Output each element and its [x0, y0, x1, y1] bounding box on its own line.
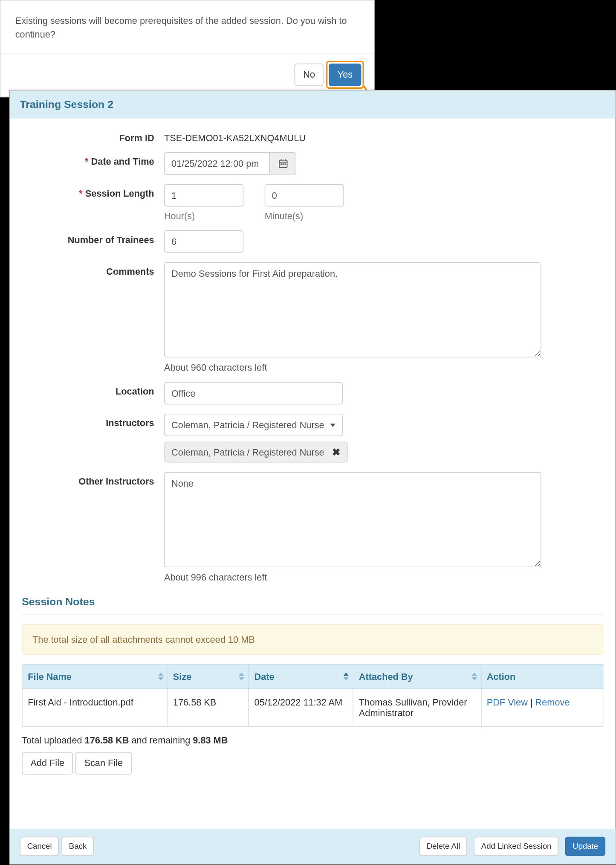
svg-rect-4	[280, 163, 281, 165]
comments-label: Comments	[22, 262, 164, 373]
location-label: Location	[22, 382, 164, 405]
sort-icon	[158, 673, 163, 681]
comments-charcount: About 960 characters left	[164, 362, 604, 373]
other-instructors-charcount: About 996 characters left	[164, 572, 604, 583]
add-linked-session-button[interactable]: Add Linked Session	[474, 837, 559, 856]
col-filename[interactable]: File Name	[22, 664, 168, 688]
hours-sublabel: Hour(s)	[164, 211, 243, 221]
form-body: Form ID TSE-DEMO01-KA52LXNQ4MULU *Date a…	[10, 119, 615, 781]
confirm-dialog: Existing sessions will become prerequisi…	[0, 0, 374, 97]
instructors-label: Instructors	[22, 414, 164, 463]
update-button[interactable]: Update	[565, 837, 605, 856]
pdf-view-link[interactable]: PDF View	[487, 697, 528, 708]
scan-file-button[interactable]: Scan File	[75, 752, 131, 774]
attachments-table: File Name Size Date Attached By	[22, 664, 603, 727]
svg-rect-6	[284, 163, 286, 165]
add-file-button[interactable]: Add File	[22, 752, 73, 774]
instructors-selected: Coleman, Patricia / Registered Nurse	[171, 420, 324, 430]
calendar-button[interactable]	[270, 152, 296, 175]
col-date[interactable]: Date	[249, 664, 353, 688]
session-length-label: *Session Length	[22, 184, 164, 221]
sort-icon	[344, 673, 349, 681]
remove-instructor-icon[interactable]: ✖	[332, 446, 341, 458]
cell-filename: First Aid - Introduction.pdf	[22, 689, 168, 726]
svg-rect-5	[282, 163, 283, 165]
col-action: Action	[481, 664, 603, 688]
yes-button[interactable]: Yes	[329, 64, 362, 86]
upload-summary: Total uploaded 176.58 KB and remaining 9…	[22, 735, 603, 746]
other-instructors-textarea[interactable]	[164, 472, 541, 567]
table-row: First Aid - Introduction.pdf 176.58 KB 0…	[22, 689, 603, 726]
cell-action: PDF View | Remove	[481, 689, 603, 726]
hours-input[interactable]	[164, 184, 243, 206]
yes-highlight: Yes	[326, 61, 364, 89]
instructors-dropdown[interactable]: Coleman, Patricia / Registered Nurse	[164, 414, 343, 436]
instructor-chip-label: Coleman, Patricia / Registered Nurse	[171, 447, 324, 458]
calendar-icon	[278, 159, 288, 168]
trainees-label: Number of Trainees	[22, 230, 164, 253]
minutes-input[interactable]	[265, 184, 344, 206]
chevron-down-icon	[330, 424, 335, 427]
panel-footer: Cancel Back Delete All Add Linked Sessio…	[10, 829, 615, 864]
delete-all-button[interactable]: Delete All	[419, 837, 468, 856]
cell-date: 05/12/2022 11:32 AM	[249, 689, 353, 726]
col-size[interactable]: Size	[168, 664, 249, 688]
sort-icon	[239, 673, 244, 681]
remove-link[interactable]: Remove	[535, 697, 570, 708]
sort-icon	[471, 673, 477, 681]
datetime-input[interactable]	[164, 152, 270, 175]
cell-attachedby: Thomas Sullivan, Provider Administrator	[353, 689, 481, 726]
other-instructors-label: Other Instructors	[22, 472, 164, 583]
dialog-message: Existing sessions will become prerequisi…	[1, 1, 374, 55]
formid-label: Form ID	[22, 128, 164, 143]
cancel-button[interactable]: Cancel	[20, 837, 59, 856]
session-notes-title: Session Notes	[22, 592, 603, 615]
attachment-size-warning: The total size of all attachments cannot…	[22, 624, 603, 655]
comments-textarea[interactable]	[164, 262, 541, 357]
panel-title: Training Session 2	[10, 91, 615, 119]
minutes-sublabel: Minute(s)	[265, 211, 344, 221]
formid-value: TSE-DEMO01-KA52LXNQ4MULU	[164, 128, 604, 143]
no-button[interactable]: No	[295, 64, 324, 86]
trainees-input[interactable]	[164, 230, 243, 253]
location-input[interactable]	[164, 382, 343, 405]
instructor-chip: Coleman, Patricia / Registered Nurse ✖	[164, 441, 348, 463]
cell-size: 176.58 KB	[168, 689, 249, 726]
training-session-panel: Training Session 2 Form ID TSE-DEMO01-KA…	[9, 90, 616, 865]
col-attachedby[interactable]: Attached By	[353, 664, 481, 688]
datetime-label: *Date and Time	[22, 152, 164, 175]
back-button[interactable]: Back	[62, 837, 94, 856]
